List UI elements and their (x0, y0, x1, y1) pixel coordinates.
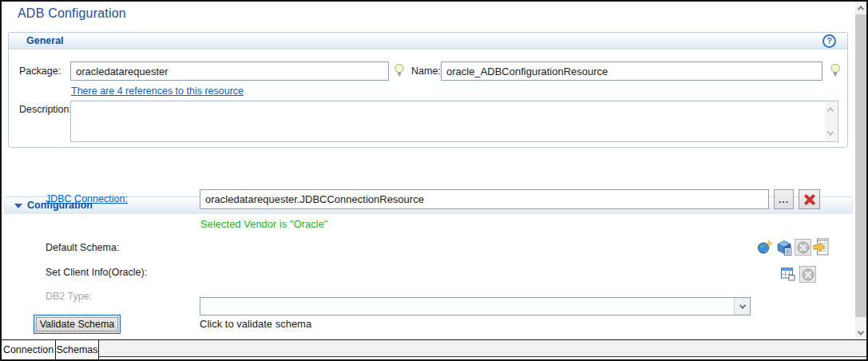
scroll-down-icon[interactable] (858, 328, 864, 335)
tab-connection-label: Connection (3, 344, 54, 355)
default-schema-combo[interactable] (200, 297, 751, 315)
lightbulb-icon (394, 63, 405, 77)
page-title: ADB Configuration (18, 6, 126, 21)
remove-connection-button[interactable] (799, 189, 820, 209)
tab-schemas[interactable]: Schemas (56, 340, 99, 359)
validate-schema-button[interactable]: Validate Schema (34, 315, 121, 334)
editor-tabbar: Connection Schemas (2, 339, 866, 359)
name-input[interactable] (441, 61, 822, 81)
jdbc-connection-link[interactable]: JDBC Connection: (46, 193, 128, 204)
validate-hint-text: Click to validate schema (200, 318, 311, 330)
description-scrollbar[interactable] (825, 102, 837, 141)
name-label: Name: (411, 65, 441, 77)
package-input[interactable] (70, 61, 389, 81)
scroll-down-icon[interactable] (827, 129, 834, 135)
copy-schema-button[interactable] (776, 240, 792, 256)
db2-type-label: DB2 Type: (46, 291, 92, 302)
jdbc-connection-input[interactable] (200, 189, 769, 209)
dropdown-button[interactable] (734, 298, 750, 315)
general-group-header: General ? (9, 33, 847, 50)
set-client-info-label: Set Client Info(Oracle): (46, 267, 147, 278)
notepad-arrow-icon (813, 238, 829, 256)
vendor-status-text: Selected Vendor is "Oracle" (200, 218, 328, 230)
help-icon[interactable]: ? (822, 34, 836, 48)
cancel-fetch-button (795, 239, 811, 256)
client-info-table-button[interactable] (781, 268, 796, 281)
globe-sparkle-icon (757, 240, 773, 255)
tab-schemas-label: Schemas (56, 344, 97, 355)
tabbar-baseline (99, 356, 866, 357)
gray-circle-x-icon (802, 268, 814, 281)
ellipsis-icon: ... (779, 197, 789, 202)
description-textarea[interactable] (71, 101, 824, 141)
tab-connection[interactable]: Connection (2, 340, 56, 359)
table-edit-icon (781, 268, 796, 281)
collapse-triangle-icon[interactable] (14, 204, 22, 208)
lightbulb-icon (830, 63, 841, 77)
export-schema-button[interactable] (813, 238, 829, 256)
description-label: Description: (19, 104, 72, 115)
description-field-wrap (70, 101, 838, 142)
references-link[interactable]: There are 4 references to this resource (71, 85, 244, 97)
help-glyph: ? (826, 36, 832, 46)
browse-button[interactable]: ... (774, 189, 794, 209)
scroll-up-icon[interactable] (827, 107, 834, 113)
scrollbar-thumb[interactable] (855, 14, 866, 317)
adb-configuration-editor: ADB Configuration General ? Package: Nam… (0, 0, 868, 361)
scroll-up-icon[interactable] (858, 6, 864, 12)
chevron-down-icon (739, 302, 745, 308)
red-x-icon (803, 193, 816, 206)
vertical-scrollbar[interactable] (855, 2, 866, 339)
default-schema-input[interactable] (200, 298, 734, 315)
package-label: Package: (19, 65, 61, 77)
cube-document-icon (776, 240, 792, 256)
fetch-schemas-button[interactable] (757, 240, 773, 255)
default-schema-label: Default Schema: (46, 242, 119, 253)
general-header-label: General (26, 35, 64, 46)
cancel-client-info-button (799, 266, 816, 283)
gray-circle-x-icon (797, 241, 810, 254)
